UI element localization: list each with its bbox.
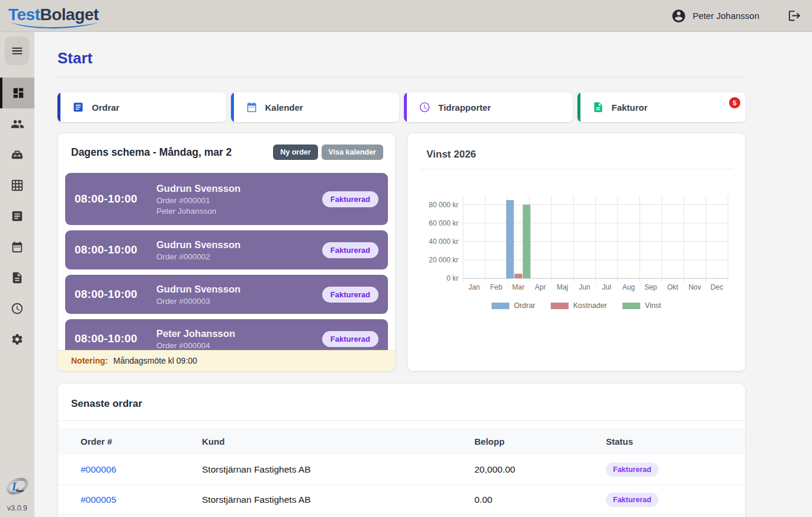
- x-tick-label: Dec: [711, 283, 723, 291]
- orders-document-icon: [72, 101, 84, 113]
- sidebar-item-calendar[interactable]: [0, 232, 34, 262]
- order-customer: Storstjärnan Fastighets AB: [202, 494, 474, 505]
- schedule-time: 08:00-10:00: [75, 192, 148, 205]
- schedule-item[interactable]: 08:00-10:00 Gudrun Svensson Order #00000…: [65, 275, 388, 314]
- order-number-link[interactable]: #000006: [81, 464, 202, 475]
- top-header: TestBolaget Peter Johansson: [0, 0, 812, 32]
- x-tick-label: Jun: [579, 283, 590, 291]
- legend-swatch: [492, 303, 509, 309]
- x-tick-label: Aug: [622, 283, 635, 291]
- chart-divider: [419, 169, 733, 169]
- schedule-customer: Gudrun Svensson: [156, 239, 240, 251]
- user-name: Peter Johansson: [692, 11, 759, 21]
- quicklink-ordrar[interactable]: Ordrar: [57, 92, 226, 122]
- y-tick-label: 60 000 kr: [429, 219, 458, 227]
- legend-label: Ordrar: [514, 301, 535, 310]
- chart-title: Vinst 2026: [426, 149, 476, 160]
- chart-header: Vinst 2026: [426, 149, 733, 160]
- schedule-item[interactable]: 08:00-10:00 Peter Johansson Order #00000…: [65, 319, 388, 350]
- page-title: Start: [57, 49, 746, 68]
- recent-orders-panel: Senaste ordrar Order # Kund Belopp Statu…: [57, 383, 746, 517]
- invoice-icon: [592, 101, 604, 113]
- menu-toggle-button[interactable]: [5, 37, 29, 65]
- schedule-order: Order #000004: [156, 341, 235, 350]
- schedule-item[interactable]: 08:00-10:00 Gudrun Svensson Order #00000…: [65, 230, 388, 269]
- clock-icon: [419, 101, 431, 113]
- legend-item-kostnader[interactable]: Kostnader: [551, 301, 607, 310]
- order-amount: 0.00: [474, 494, 606, 505]
- sidebar-item-toolbox[interactable]: [0, 139, 34, 170]
- sidebar-item-orders[interactable]: [0, 201, 34, 232]
- logout-button[interactable]: [788, 9, 801, 23]
- bar-kostnader: [515, 274, 522, 278]
- y-tick-label: 0 kr: [447, 274, 458, 282]
- app-version: v3.0.9: [0, 504, 34, 512]
- calendar-icon: [246, 101, 258, 113]
- quicklink-fakturor[interactable]: Fakturor 5: [577, 92, 746, 122]
- toolbox-icon: [11, 148, 24, 161]
- quicklink-tidrapporter[interactable]: Tidrapporter: [404, 92, 573, 122]
- x-tick-label: Sep: [644, 283, 657, 291]
- bar-vinst: [523, 205, 531, 278]
- schedule-item[interactable]: 08:00-10:00 Gudrun Svensson Order #00000…: [65, 173, 388, 225]
- sidebar-item-customers[interactable]: [0, 108, 34, 139]
- y-tick-label: 40 000 kr: [429, 237, 458, 246]
- schedule-order: Order #000001: [156, 196, 240, 205]
- legend-swatch: [622, 303, 640, 309]
- legend-item-ordrar[interactable]: Ordrar: [492, 301, 535, 310]
- logo-swoosh-icon: [9, 21, 104, 29]
- hamburger-icon: [11, 44, 24, 57]
- column-header-amount: Belopp: [474, 436, 606, 447]
- schedule-time: 08:00-10:00: [75, 288, 148, 301]
- x-tick-label: Mar: [512, 283, 525, 291]
- legend-swatch: [551, 303, 569, 309]
- status-badge: Fakturerad: [322, 242, 378, 258]
- schedule-order: Order #000003: [156, 297, 240, 306]
- sidebar-footer: L v3.0.9: [0, 473, 34, 512]
- note-text: Måndagsmöte kl 09:00: [113, 356, 197, 365]
- schedule-panel: Dagens schema - Måndag, mar 2 Ny order V…: [57, 133, 396, 371]
- dashboard-icon: [12, 86, 25, 99]
- file-icon: [11, 271, 24, 284]
- schedule-title: Dagens schema - Måndag, mar 2: [71, 146, 232, 159]
- status-badge: Fakturerad: [322, 191, 378, 207]
- schedule-order: Order #000002: [156, 252, 240, 261]
- new-order-button[interactable]: Ny order: [273, 144, 317, 160]
- column-header-status: Status: [606, 436, 745, 447]
- app-logo: TestBolaget: [8, 2, 99, 30]
- sidebar-item-time[interactable]: [0, 293, 34, 324]
- schedule-list: 08:00-10:00 Gudrun Svensson Order #00000…: [65, 173, 388, 350]
- column-header-order: Order #: [81, 436, 202, 447]
- orders-table-header: Order # Kund Belopp Status: [58, 428, 745, 455]
- quicklink-kalender[interactable]: Kalender: [231, 92, 400, 122]
- recent-orders-title: Senaste ordrar: [58, 384, 745, 410]
- schedule-customer: Gudrun Svensson: [156, 284, 240, 295]
- status-badge: Fakturerad: [322, 287, 378, 303]
- schedule-header: Dagens schema - Måndag, mar 2 Ny order V…: [71, 144, 383, 160]
- show-calendar-button[interactable]: Visa kalender: [322, 144, 383, 160]
- schedule-customer: Peter Johansson: [156, 328, 235, 339]
- sidebar-item-planning-grid[interactable]: [0, 170, 34, 201]
- invoice-count-badge: 5: [729, 97, 740, 108]
- bar-ordrar: [506, 200, 514, 278]
- main-content: Start Ordrar Kalender Tidrapporter Faktu…: [34, 32, 812, 517]
- schedule-customer: Gudrun Svensson: [156, 183, 240, 194]
- article-icon: [11, 210, 24, 223]
- sidebar-item-settings[interactable]: [0, 324, 34, 355]
- legend-item-vinst[interactable]: Vinst: [622, 301, 662, 310]
- quicklink-label: Kalender: [265, 102, 303, 113]
- profit-chart: 0 kr20 000 kr40 000 kr60 000 kr80 000 kr…: [412, 190, 742, 299]
- sidebar-nav: [0, 78, 34, 355]
- sidebar: L v3.0.9: [0, 32, 34, 517]
- status-badge: Fakturerad: [322, 331, 378, 347]
- panels-row: Dagens schema - Måndag, mar 2 Ny order V…: [57, 133, 746, 371]
- y-tick-label: 80 000 kr: [429, 201, 458, 209]
- quicklink-label: Fakturor: [612, 102, 648, 113]
- order-number-link[interactable]: #000005: [81, 494, 202, 505]
- note-label: Notering:: [71, 356, 108, 365]
- sidebar-item-dashboard[interactable]: [0, 78, 34, 108]
- sidebar-item-documents[interactable]: [0, 262, 34, 293]
- gear-icon: [11, 333, 24, 346]
- calendar-icon: [11, 240, 24, 253]
- schedule-time: 08:00-10:00: [75, 332, 148, 345]
